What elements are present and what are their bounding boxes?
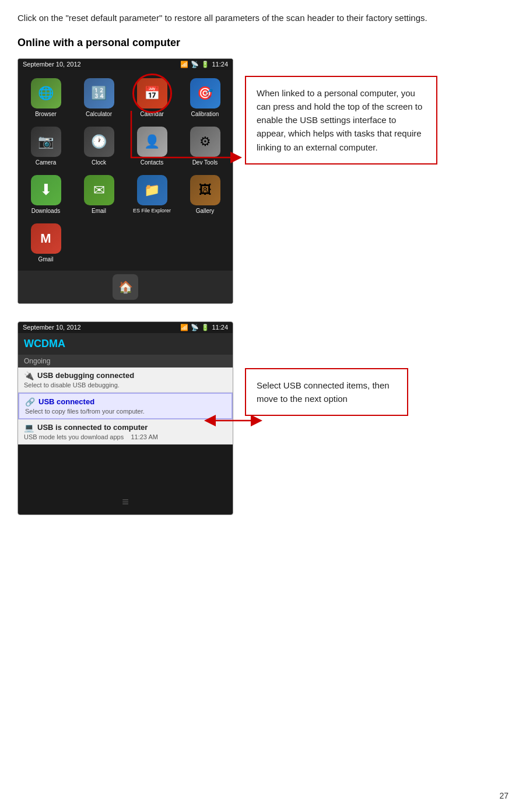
app-downloads: ⬇ Downloads	[20, 172, 71, 218]
app-empty-2	[127, 220, 177, 266]
app-devtools: ⚙ Dev Tools	[180, 123, 230, 169]
wcdma-label: WCDMA	[18, 333, 233, 355]
app-grid: 🌐 Browser 🔢 Calculator 📅 Calendar	[18, 70, 233, 271]
gallery-icon: 🖼	[190, 175, 220, 205]
devtools-icon: ⚙	[190, 127, 220, 157]
callout-box-2: Select USB connected items, then move to…	[245, 368, 408, 416]
clock-label: Clock	[92, 159, 106, 166]
browser-label: Browser	[35, 111, 57, 117]
calendar-icon: 📅	[137, 78, 167, 108]
status-bar-1: September 10, 2012 📶 📡 🔋 11:24	[18, 59, 233, 70]
camera-icon: 📷	[31, 127, 61, 157]
email-label: Email	[92, 208, 106, 214]
notif-time: 11:24	[212, 324, 228, 331]
calendar-highlight-circle	[132, 74, 172, 113]
devtools-label: Dev Tools	[192, 159, 218, 166]
camera-label: Camera	[36, 159, 57, 166]
app-empty-1	[73, 220, 124, 266]
notif-usb-debug-sub: Select to disable USB debugging.	[24, 382, 227, 388]
notif-usb-debug[interactable]: 🔌 USB debugging connected Select to disa…	[18, 368, 233, 393]
app-gallery: 🖼 Gallery	[180, 172, 230, 218]
notif-status-icons: 📶 📡 🔋 11:24	[180, 324, 228, 331]
first-screenshot-row: September 10, 2012 📶 📡 🔋 11:24 🌐 Browser…	[17, 58, 509, 304]
browser-icon: 🌐	[31, 78, 61, 108]
home-dock-icon: 🏠	[113, 274, 138, 300]
notif-usb-computer[interactable]: 💻 USB is connected to computer USB mode …	[18, 419, 233, 444]
page-content: Click on the "reset default parameter" t…	[0, 0, 526, 538]
notif-usb-debug-title: 🔌 USB debugging connected	[24, 371, 227, 380]
contacts-label: Contacts	[141, 159, 163, 166]
app-calibration: 🎯 Calibration	[180, 75, 230, 121]
phone-screenshot-1: September 10, 2012 📶 📡 🔋 11:24 🌐 Browser…	[17, 58, 233, 304]
email-icon: ✉	[84, 175, 114, 205]
usb-debug-icon: 🔌	[24, 371, 34, 380]
notif-usb-computer-title: 💻 USB is connected to computer	[24, 423, 227, 432]
app-calculator: 🔢 Calculator	[73, 75, 124, 121]
intro-text: Click on the "reset default parameter" t…	[17, 12, 509, 25]
section-heading: Online with a personal computer	[17, 37, 509, 49]
calibration-label: Calibration	[191, 111, 219, 117]
esfile-icon: 📁	[137, 175, 167, 205]
app-email: ✉ Email	[73, 172, 124, 218]
page-number: 27	[499, 791, 509, 800]
callout1-text: When linked to a personal computer, you …	[257, 86, 426, 154]
notif-usb-connected[interactable]: 🔗 USB connected Select to copy files to/…	[18, 393, 233, 419]
app-browser: 🌐 Browser	[20, 75, 71, 121]
esfile-label: ES File Explorer	[133, 208, 171, 214]
notif-wifi-icon: 📶	[180, 324, 188, 331]
callout-box-1: When linked to a personal computer, you …	[245, 76, 437, 164]
callout2-text: Select USB connected items, then move to…	[257, 379, 397, 406]
calendar-label: Calendar	[140, 111, 164, 117]
notif-handle-icon: ≡	[122, 495, 129, 509]
calculator-icon: 🔢	[84, 78, 114, 108]
gmail-icon: M	[31, 223, 61, 254]
notif-usb-computer-sub: USB mode lets you download apps 11:23 AM	[24, 433, 227, 440]
app-esfile: 📁 ES File Explorer	[127, 172, 177, 218]
signal-icon: 📡	[191, 61, 199, 68]
notif-bottom-area: ≡	[18, 444, 233, 514]
downloads-label: Downloads	[31, 208, 60, 214]
contacts-icon: 👤	[137, 127, 167, 157]
notif-screenshot: September 10, 2012 📶 📡 🔋 11:24 WCDMA Ong…	[17, 321, 233, 515]
app-camera: 📷 Camera	[20, 123, 71, 169]
notif-battery-icon: 🔋	[201, 324, 209, 331]
usb-computer-icon: 💻	[24, 423, 34, 432]
battery-icon: 🔋	[201, 61, 209, 68]
second-screenshot-row: September 10, 2012 📶 📡 🔋 11:24 WCDMA Ong…	[17, 321, 509, 515]
gmail-label: Gmail	[38, 256, 53, 262]
app-gmail: M Gmail	[20, 220, 71, 266]
app-clock: 🕐 Clock	[73, 123, 124, 169]
app-empty-3	[180, 220, 230, 266]
calibration-icon: 🎯	[190, 78, 220, 108]
notif-usb-connected-sub: Select to copy files to/from your comput…	[25, 408, 226, 415]
notif-usb-connected-title: 🔗 USB connected	[25, 397, 226, 407]
usb-connected-icon: 🔗	[25, 397, 35, 407]
status-icons-1: 📶 📡 🔋 11:24	[180, 61, 228, 68]
clock-icon: 🕐	[84, 127, 114, 157]
downloads-icon: ⬇	[31, 175, 61, 205]
ongoing-label: Ongoing	[18, 355, 233, 368]
app-contacts: 👤 Contacts	[127, 123, 177, 169]
wifi-icon: 📶	[180, 61, 188, 68]
gallery-label: Gallery	[196, 208, 215, 214]
notif-signal-icon: 📡	[191, 324, 199, 331]
calculator-label: Calculator	[86, 111, 112, 117]
status-date-1: September 10, 2012	[23, 61, 81, 68]
dock-area: 🏠	[18, 271, 233, 303]
status-time-1: 11:24	[212, 61, 228, 68]
notif-date: September 10, 2012	[23, 324, 81, 331]
app-calendar: 📅 Calendar	[127, 75, 177, 121]
notif-status-bar: September 10, 2012 📶 📡 🔋 11:24	[18, 322, 233, 333]
